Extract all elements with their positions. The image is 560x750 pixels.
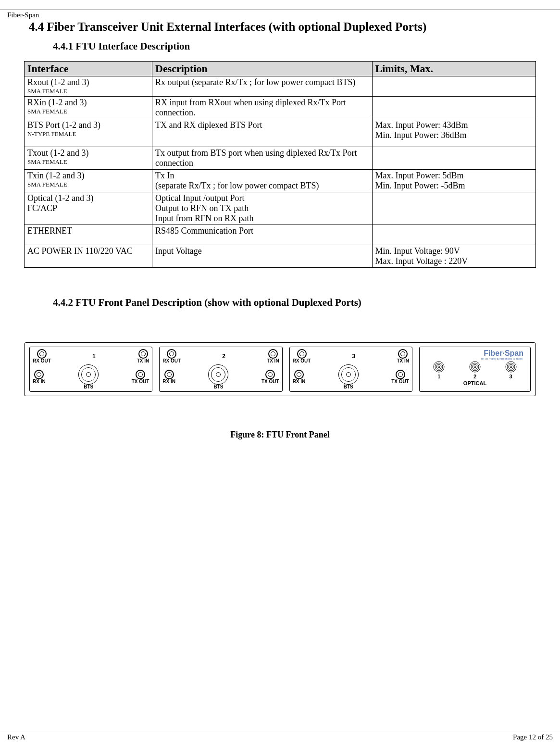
- svg-point-1: [435, 363, 443, 371]
- svg-point-6: [473, 364, 477, 369]
- fiber-span-logo: Fiber·Span: [484, 349, 523, 357]
- connector-icon: [297, 349, 307, 359]
- port-label-bts: BTS: [84, 385, 93, 389]
- port-label-txin: TX IN: [397, 359, 409, 363]
- port-label-txin: TX IN: [137, 359, 149, 363]
- module-number: 2: [222, 353, 225, 359]
- front-panel-diagram: RX OUT 1 TX IN RX IN BTS TX OUT: [24, 342, 536, 396]
- port-label-bts: BTS: [344, 385, 353, 389]
- optical-port-num: 1: [437, 374, 440, 379]
- table-row: Txin (1-2 and 3)SMA FEMALE Tx In (separa…: [25, 170, 536, 192]
- iface-desc: Rx output (separate Rx/Tx ; for low powe…: [152, 76, 373, 97]
- table-row: RXin (1-2 and 3)SMA FEMALE RX input from…: [25, 97, 536, 119]
- th-interface: Interface: [25, 62, 152, 76]
- svg-point-7: [474, 366, 476, 368]
- module-number: 1: [92, 353, 96, 359]
- iface-name: Optical (1-2 and 3): [27, 193, 93, 203]
- connector-icon: [37, 349, 47, 359]
- table-row: Optical (1-2 and 3)FC/ACP Optical Input …: [25, 192, 536, 225]
- iface-sub: SMA FEMALE: [27, 88, 149, 95]
- th-limits: Limits, Max.: [372, 62, 535, 76]
- optical-label: OPTICAL: [423, 380, 527, 386]
- svg-point-11: [510, 366, 512, 368]
- iface-name: Txout (1-2 and 3): [27, 148, 88, 158]
- iface-sub: SMA FEMALE: [27, 158, 149, 166]
- port-label-rxout: RX OUT: [293, 359, 311, 363]
- iface-desc: TX and RX diplexed BTS Port: [152, 119, 373, 147]
- iface-limits: Min. Input Voltage: 90V Max. Input Volta…: [372, 245, 535, 268]
- iface-limits: [372, 97, 535, 119]
- page-footer: Rev A Page 12 of 25: [24, 732, 536, 741]
- iface-name: Rxout (1-2 and 3): [27, 77, 89, 87]
- port-label-rxin: RX IN: [33, 379, 46, 384]
- header-brand: Fiber-Span: [7, 11, 536, 19]
- connector-icon: [138, 349, 148, 359]
- iface-limits: [372, 147, 535, 170]
- iface-name: Txin (1-2 and 3): [27, 171, 84, 180]
- table-header-row: Interface Description Limits, Max.: [25, 62, 536, 76]
- iface-sub: SMA FEMALE: [27, 181, 149, 188]
- connector-icon: [396, 370, 405, 379]
- connector-icon: [265, 370, 275, 379]
- connector-icon: [136, 370, 145, 379]
- iface-sub: SMA FEMALE: [27, 108, 149, 115]
- table-row: BTS Port (1-2 and 3)N-TYPE FEMALE TX and…: [25, 119, 536, 147]
- iface-name: ETHERNET: [27, 226, 72, 236]
- panel-module-2: RX OUT 2 TX IN RX IN BTS TX OUT: [159, 347, 282, 392]
- iface-desc: RS485 Communication Port: [152, 225, 373, 245]
- iface-limits: [372, 192, 535, 225]
- iface-limits: Max. Input Power: 43dBm Min. Input Power…: [372, 119, 535, 147]
- th-description: Description: [152, 62, 373, 76]
- footer-page: Page 12 of 25: [513, 733, 553, 741]
- iface-desc: Input Voltage: [152, 245, 373, 268]
- port-label-rxin: RX IN: [162, 379, 175, 384]
- svg-point-10: [509, 364, 513, 369]
- subsection-442: 4.4.2 FTU Front Panel Description (show …: [53, 297, 536, 309]
- port-label-rxin: RX IN: [293, 379, 306, 384]
- table-body: Rxout (1-2 and 3)SMA FEMALE Rx output (s…: [25, 76, 536, 268]
- iface-sub2: FC/ACP: [27, 203, 57, 213]
- table-row: Rxout (1-2 and 3)SMA FEMALE Rx output (s…: [25, 76, 536, 97]
- optical-connector-icon: [505, 361, 517, 373]
- port-label-txin: TX IN: [267, 359, 279, 363]
- connector-icon: [398, 349, 408, 359]
- table-row: Txout (1-2 and 3)SMA FEMALE Tx output fr…: [25, 147, 536, 170]
- connector-icon: [294, 370, 304, 379]
- subsection-441: 4.4.1 FTU Interface Description: [53, 40, 536, 52]
- bts-connector-icon: [338, 364, 359, 385]
- svg-point-5: [471, 363, 479, 371]
- optical-connector-icon: [433, 361, 445, 373]
- connector-icon: [167, 349, 176, 359]
- table-row: AC POWER IN 110/220 VAC Input Voltage Mi…: [25, 245, 536, 268]
- figure-caption: Figure 8: FTU Front Panel: [24, 430, 536, 440]
- bts-connector-icon: [78, 364, 99, 385]
- table-row: ETHERNET RS485 Communication Port: [25, 225, 536, 245]
- iface-name: BTS Port (1-2 and 3): [27, 120, 100, 130]
- panel-module-3: RX OUT 3 TX IN RX IN BTS TX OUT: [289, 347, 412, 392]
- connector-icon: [34, 370, 44, 379]
- iface-limits: Max. Input Power: 5dBm Min. Input Power:…: [372, 170, 535, 192]
- port-label-bts: BTS: [213, 385, 223, 389]
- panel-module-1: RX OUT 1 TX IN RX IN BTS TX OUT: [29, 347, 152, 392]
- svg-point-3: [438, 366, 440, 368]
- connector-icon: [268, 349, 278, 359]
- iface-limits: [372, 225, 535, 245]
- iface-desc: Optical Input /output Port Output to RFN…: [152, 192, 373, 225]
- iface-name: AC POWER IN 110/220 VAC: [27, 246, 133, 256]
- iface-sub: N-TYPE FEMALE: [27, 130, 149, 138]
- connector-icon: [164, 370, 174, 379]
- svg-point-9: [507, 363, 515, 371]
- iface-desc: Tx output from BTS port when using diple…: [152, 147, 373, 170]
- panel-module-optical: Fiber·Span let us make connections to me…: [419, 347, 531, 392]
- iface-desc: Tx In (separate Rx/Tx ; for low power co…: [152, 170, 373, 192]
- port-label-txout: TX OUT: [132, 379, 149, 384]
- optical-port-num: 3: [510, 374, 512, 379]
- port-label-txout: TX OUT: [261, 379, 279, 384]
- iface-desc: RX input from RXout when using diplexed …: [152, 97, 373, 119]
- svg-point-2: [436, 364, 441, 369]
- interface-table: Interface Description Limits, Max. Rxout…: [24, 61, 536, 268]
- optical-port-num: 2: [473, 374, 476, 379]
- bts-connector-icon: [208, 364, 228, 385]
- port-label-txout: TX OUT: [391, 379, 409, 384]
- fiber-span-tagline: let us make connections to meet: [423, 358, 523, 360]
